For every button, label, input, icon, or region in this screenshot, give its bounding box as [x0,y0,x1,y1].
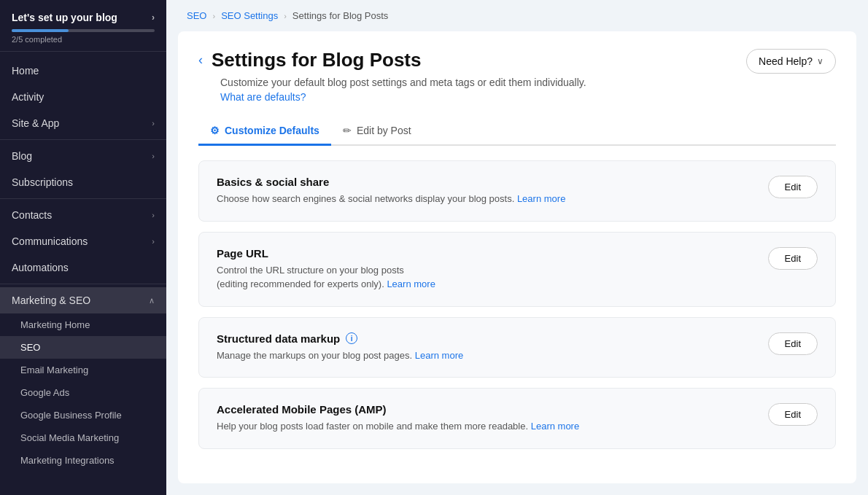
sidebar-sub-item-seo[interactable]: SEO [0,336,166,359]
breadcrumb-sep-1: › [212,12,215,20]
sidebar-item-site-app-label: Site & App [12,117,59,129]
need-help-chevron-icon: ∨ [817,56,824,66]
breadcrumb-seo-settings[interactable]: SEO Settings [221,10,278,21]
basics-social-edit-button[interactable]: Edit [768,176,818,198]
tab-edit-by-post-label: Edit by Post [357,125,411,136]
contacts-chevron-icon: › [152,211,155,219]
sidebar-item-automations[interactable]: Automations [0,254,166,281]
sidebar-divider-2 [0,198,166,199]
need-help-label: Need Help? [759,55,813,67]
breadcrumb-sep-2: › [284,12,287,20]
need-help-button[interactable]: Need Help? ∨ [746,49,836,74]
card-page-url: Page URL Control the URL structure on yo… [198,232,836,307]
card-basics-social: Basics & social share Choose how search … [198,160,836,222]
back-button[interactable]: ‹ [198,52,203,68]
amp-edit-button[interactable]: Edit [768,403,818,426]
communications-chevron-icon: › [152,237,155,246]
amp-learn-more[interactable]: Learn more [531,421,579,432]
basics-social-learn-more[interactable]: Learn more [517,193,565,204]
sidebar-item-site-app[interactable]: Site & App › [0,110,166,136]
edit-by-post-icon: ✏ [343,125,352,136]
page-title: Settings for Blog Posts [212,49,421,71]
sidebar-sub-item-google-ads-label: Google Ads [20,387,69,398]
sidebar-item-contacts-label: Contacts [12,209,52,221]
sidebar-item-communications-label: Communications [12,235,88,247]
card-basics-social-text: Basics & social share Choose how search … [217,176,753,206]
setup-title-text: Let's set up your blog [12,12,117,23]
tab-customize-defaults[interactable]: ⚙ Customize Defaults [198,117,331,146]
structured-data-info-icon[interactable]: i [346,332,357,344]
progress-bar-background [12,29,155,32]
page-header: ‹ Settings for Blog Posts Need Help? ∨ [198,49,836,74]
card-page-url-action: Edit [768,247,818,270]
sidebar-setup-title[interactable]: Let's set up your blog › [12,12,155,23]
main-content: SEO › SEO Settings › Settings for Blog P… [166,0,868,495]
card-structured-data: Structured data markup i Manage the mark… [198,317,836,378]
structured-data-edit-button[interactable]: Edit [768,332,818,355]
sidebar-item-home-label: Home [12,65,39,77]
sidebar-sub-item-google-ads[interactable]: Google Ads [0,381,166,404]
sidebar: Let's set up your blog › 2/5 completed H… [0,0,166,495]
card-amp-title: Accelerated Mobile Pages (AMP) [217,403,753,416]
blog-chevron-icon: › [152,152,155,160]
sidebar-item-blog-label: Blog [12,150,32,162]
marketing-seo-chevron-icon: ∧ [149,296,155,305]
breadcrumb-current: Settings for Blog Posts [292,10,389,21]
content-area: ‹ Settings for Blog Posts Need Help? ∨ C… [178,31,856,483]
tabs-container: ⚙ Customize Defaults ✏ Edit by Post [198,117,836,146]
sidebar-item-contacts[interactable]: Contacts › [0,202,166,228]
card-amp-text: Accelerated Mobile Pages (AMP) Help your… [217,403,753,434]
page-title-row: ‹ Settings for Blog Posts [198,49,421,71]
sidebar-divider-1 [0,139,166,140]
page-url-learn-more[interactable]: Learn more [387,278,435,289]
tab-edit-by-post[interactable]: ✏ Edit by Post [331,117,423,146]
tab-customize-defaults-label: Customize Defaults [225,125,319,136]
breadcrumb-seo[interactable]: SEO [187,10,206,21]
sidebar-item-blog[interactable]: Blog › [0,143,166,169]
structured-data-learn-more[interactable]: Learn more [415,350,463,361]
card-basics-social-action: Edit [768,176,818,198]
customize-defaults-icon: ⚙ [210,125,220,136]
sidebar-sub-item-social-media[interactable]: Social Media Marketing [0,426,166,449]
sidebar-sub-item-email-marketing-label: Email Marketing [20,365,88,375]
sidebar-nav: Home Activity Site & App › Blog › Subscr… [0,52,166,495]
sidebar-sub-item-marketing-integrations-label: Marketing Integrations [20,455,115,466]
breadcrumb: SEO › SEO Settings › Settings for Blog P… [166,0,868,31]
card-amp-desc: Help your blog posts load faster on mobi… [217,419,753,434]
sidebar-item-activity[interactable]: Activity [0,84,166,110]
card-basics-social-desc: Choose how search engines & social netwo… [217,192,753,206]
page-subtitle: Customize your default blog post setting… [220,77,836,88]
card-structured-data-text: Structured data markup i Manage the mark… [217,332,753,363]
progress-label: 2/5 completed [12,35,155,44]
card-page-url-text: Page URL Control the URL structure on yo… [217,247,753,292]
progress-bar-fill [12,29,69,32]
sidebar-divider-3 [0,284,166,284]
sidebar-item-communications[interactable]: Communications › [0,228,166,254]
sidebar-item-subscriptions[interactable]: Subscriptions [0,169,166,195]
sidebar-sub-item-email-marketing[interactable]: Email Marketing [0,359,166,381]
card-structured-data-desc: Manage the markups on your blog post pag… [217,348,753,363]
sidebar-sub-item-seo-label: SEO [20,342,40,353]
sidebar-sub-item-social-media-label: Social Media Marketing [20,432,119,443]
card-structured-data-title: Structured data markup i [217,332,753,345]
page-url-edit-button[interactable]: Edit [768,247,818,270]
sidebar-sub-item-marketing-integrations[interactable]: Marketing Integrations [0,449,166,472]
site-app-chevron-icon: › [152,119,155,128]
sidebar-item-subscriptions-label: Subscriptions [12,176,73,188]
sidebar-sub-item-marketing-home[interactable]: Marketing Home [0,313,166,336]
sidebar-header: Let's set up your blog › 2/5 completed [0,0,166,52]
sidebar-item-automations-label: Automations [12,262,69,273]
card-basics-social-title: Basics & social share [217,176,753,188]
card-amp-action: Edit [768,403,818,426]
card-amp: Accelerated Mobile Pages (AMP) Help your… [198,388,836,449]
sidebar-sub-item-google-business-label: Google Business Profile [20,410,122,421]
what-are-defaults-link[interactable]: What are defaults? [220,91,836,103]
card-page-url-desc: Control the URL structure on your blog p… [217,263,753,292]
sidebar-item-home[interactable]: Home [0,58,166,84]
setup-chevron-icon: › [152,12,155,23]
sidebar-sub-item-google-business[interactable]: Google Business Profile [0,404,166,426]
sidebar-item-activity-label: Activity [12,91,44,103]
sidebar-item-marketing-seo-label: Marketing & SEO [12,295,90,306]
card-structured-data-action: Edit [768,332,818,355]
sidebar-item-marketing-seo[interactable]: Marketing & SEO ∧ [0,287,166,313]
